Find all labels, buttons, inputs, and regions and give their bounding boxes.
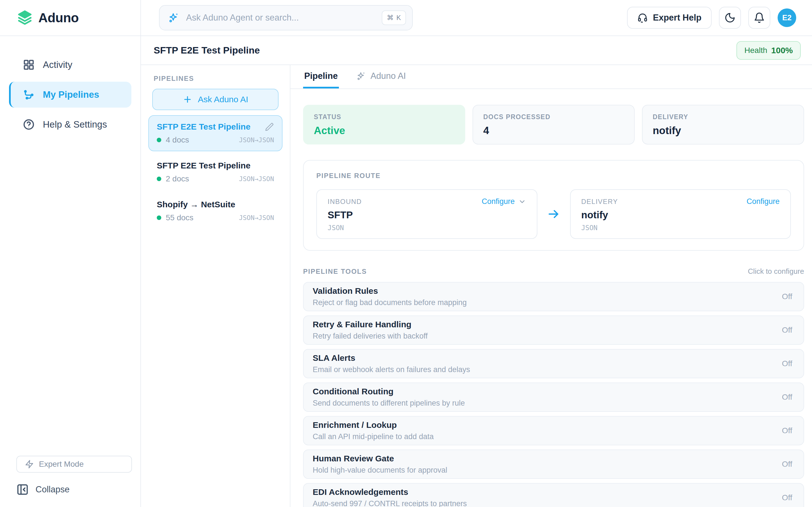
tools-list: Validation Rules Reject or flag bad docu… [303, 282, 804, 507]
tool-title: Human Review Gate [313, 454, 447, 463]
tool-state: Off [782, 292, 792, 301]
expert-help-button[interactable]: Expert Help [627, 7, 712, 29]
brand-name: Aduno [38, 10, 79, 25]
sidebar-spacer [0, 142, 140, 456]
sidebar-item-my-pipelines[interactable]: My Pipelines [9, 82, 132, 108]
tool-description: Retry failed deliveries with backoff [313, 332, 428, 341]
arrow-right-icon [547, 207, 560, 221]
tab-bar: Pipeline Aduno AI [290, 65, 812, 89]
dark-mode-button[interactable] [719, 7, 741, 29]
pipeline-format: JSON→JSON [239, 175, 274, 182]
tool-description: Reject or flag bad documents before mapp… [313, 298, 467, 307]
sparkle-icon [356, 71, 366, 81]
app-window: Aduno ⌘ K [0, 0, 812, 507]
status-dot [157, 216, 161, 220]
configure-link: Configure [747, 197, 779, 206]
tool-row-validation-rules[interactable]: Validation Rules Reject or flag bad docu… [303, 282, 804, 311]
bell-icon [754, 12, 765, 23]
tab-label: Aduno AI [370, 71, 406, 81]
inbound-value: SFTP [327, 209, 526, 221]
inbound-label: INBOUND [327, 198, 362, 206]
layers-logo-icon [17, 10, 33, 25]
pipeline-list-item[interactable]: Shopify → NetSuite 55 docs JSON→JSON [148, 193, 283, 229]
brand-logo: Aduno [0, 0, 141, 36]
expert-help-label: Expert Help [653, 13, 702, 23]
tool-title: Enrichment / Lookup [313, 420, 434, 430]
health-label: Health [744, 46, 767, 55]
tool-state: Off [782, 493, 792, 502]
help-circle-icon [22, 118, 35, 131]
tool-row-conditional-routing[interactable]: Conditional Routing Send documents to di… [303, 383, 804, 412]
chevron-down-icon [518, 198, 526, 206]
stat-value: 4 [483, 125, 624, 136]
sidebar-item-label: My Pipelines [43, 89, 99, 100]
delivery-label: DELIVERY [581, 198, 618, 206]
top-actions: Expert Help [627, 7, 796, 29]
delivery-format: JSON [581, 224, 780, 232]
tab-pipeline[interactable]: Pipeline [303, 65, 339, 89]
pipeline-list-item[interactable]: SFTP E2E Test Pipeline 4 docs JSON→JSON [148, 115, 283, 151]
sidebar-item-label: Activity [43, 59, 72, 70]
tool-title: SLA Alerts [313, 353, 470, 363]
pipeline-name: SFTP E2E Test Pipeline [157, 122, 250, 131]
pipeline-icon [22, 89, 35, 101]
pipeline-format: JSON→JSON [239, 214, 274, 221]
grid-icon [22, 59, 35, 71]
avatar-initials: E2 [782, 13, 792, 22]
tool-state: Off [782, 426, 792, 435]
click-to-configure-hint: Click to configure [748, 267, 804, 276]
sidebar-item-help-settings[interactable]: Help & Settings [9, 112, 132, 137]
configure-link: Configure [481, 197, 515, 206]
panel-collapse-icon [16, 483, 29, 496]
sparkle-icon [168, 12, 179, 23]
pipeline-tools-heading: PIPELINE TOOLS [303, 268, 367, 276]
pipelines-panel: PIPELINES Ask Aduno AI SFTP E2E Test [141, 65, 290, 507]
stat-label: DOCS PROCESSED [483, 113, 624, 121]
tool-title: EDI Acknowledgements [313, 487, 467, 497]
k-key: K [396, 14, 401, 22]
pipeline-route-heading: PIPELINE ROUTE [316, 172, 791, 180]
collapse-sidebar-button[interactable]: Collapse [16, 483, 140, 496]
pipeline-format: JSON→JSON [239, 136, 274, 144]
tool-row-sla-alerts[interactable]: SLA Alerts Email or webhook alerts on fa… [303, 349, 804, 378]
pipelines-heading: PIPELINES [154, 75, 290, 82]
moon-icon [724, 12, 735, 23]
docs-count: 55 docs [166, 213, 193, 222]
main-panel: Pipeline Aduno AI [290, 65, 812, 507]
lightning-bolt-icon [25, 460, 34, 469]
ask-aduno-ai-button[interactable]: Ask Aduno AI [152, 89, 278, 110]
delivery-configure-button[interactable]: Configure [747, 197, 779, 206]
tool-row-enrichment-lookup[interactable]: Enrichment / Lookup Call an API mid-pipe… [303, 416, 804, 445]
tool-row-human-review-gate[interactable]: Human Review Gate Hold high-value docume… [303, 450, 804, 479]
tool-row-retry-failure-handling[interactable]: Retry & Failure Handling Retry failed de… [303, 316, 804, 345]
docs-count: 4 docs [166, 135, 189, 145]
headset-icon [637, 12, 648, 23]
tab-aduno-ai[interactable]: Aduno AI [355, 65, 407, 89]
avatar[interactable]: E2 [777, 8, 796, 27]
search-input[interactable] [186, 13, 375, 23]
stat-value: notify [653, 125, 794, 136]
edit-pencil-icon[interactable] [265, 122, 274, 131]
docs-processed-card: DOCS PROCESSED 4 [472, 105, 635, 145]
inbound-configure-button[interactable]: Configure [481, 197, 526, 206]
tool-state: Off [782, 326, 792, 335]
global-search[interactable]: ⌘ K [159, 5, 413, 31]
sidebar-item-activity[interactable]: Activity [9, 52, 132, 78]
inbound-node[interactable]: INBOUND Configure [316, 189, 538, 239]
plus-icon [183, 95, 192, 104]
top-bar-main: ⌘ K Expert Help [141, 0, 812, 36]
docs-count: 2 docs [166, 174, 189, 183]
tool-state: Off [782, 460, 792, 469]
delivery-value: notify [581, 209, 780, 221]
collapse-label: Collapse [36, 485, 70, 495]
health-badge: Health 100% [737, 41, 801, 60]
pipeline-name: Shopify → NetSuite [157, 200, 235, 209]
delivery-node[interactable]: DELIVERY Configure notify JSON [570, 189, 791, 239]
inbound-format: JSON [327, 224, 526, 232]
stats-row: STATUS Active DOCS PROCESSED 4 DELIVERY … [303, 105, 804, 145]
tool-row-edi-acknowledgements[interactable]: EDI Acknowledgements Auto-send 997 / CON… [303, 483, 804, 507]
notifications-button[interactable] [748, 7, 770, 29]
pipeline-list-item[interactable]: SFTP E2E Test Pipeline 2 docs JSON→JSON [148, 154, 283, 190]
expert-mode-button[interactable]: Expert Mode [16, 456, 132, 473]
sidebar-item-label: Help & Settings [43, 119, 107, 130]
